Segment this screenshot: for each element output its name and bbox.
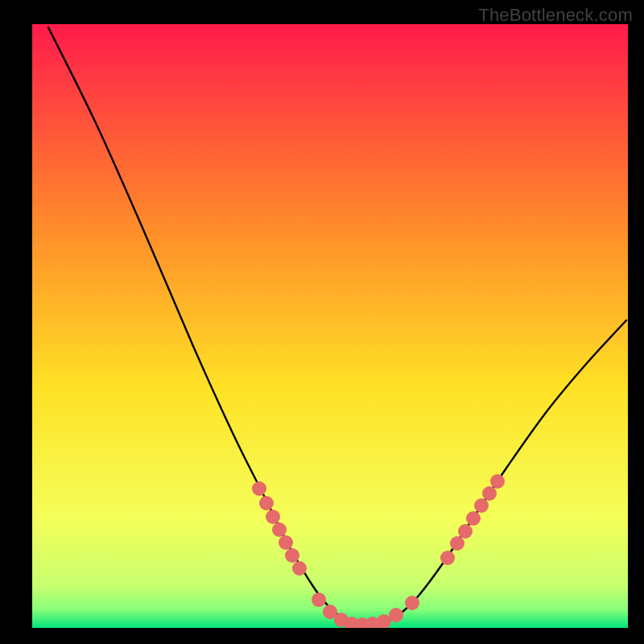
threshold-marker (312, 592, 326, 607)
threshold-marker (272, 522, 287, 537)
threshold-marker (285, 548, 299, 563)
threshold-marker (450, 536, 464, 551)
chart-container: TheBottleneck.com (0, 0, 644, 644)
threshold-marker (389, 608, 403, 622)
threshold-marker (458, 524, 473, 539)
threshold-marker (466, 511, 481, 526)
threshold-marker (266, 510, 280, 524)
threshold-marker (279, 535, 293, 550)
gradient-background (32, 24, 628, 628)
threshold-marker (259, 496, 274, 510)
threshold-marker (252, 481, 266, 496)
threshold-marker (482, 486, 497, 501)
threshold-marker (490, 474, 505, 489)
watermark-text: TheBottleneck.com (478, 5, 633, 26)
threshold-marker (405, 596, 419, 610)
threshold-marker (292, 561, 307, 576)
threshold-marker (474, 498, 489, 513)
threshold-marker (440, 551, 455, 565)
bottleneck-chart (0, 0, 644, 644)
